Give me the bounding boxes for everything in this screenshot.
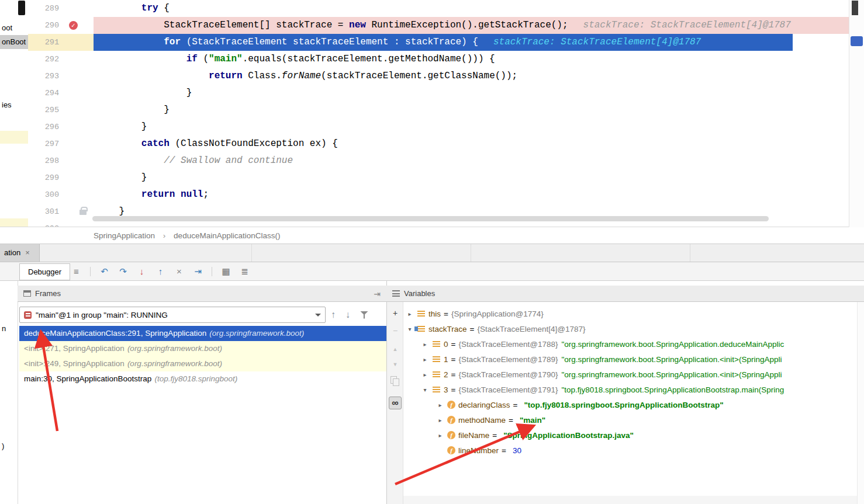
line-number[interactable]: 290: [28, 17, 64, 34]
code-text[interactable]: try {: [94, 0, 849, 17]
execution-line-stripe-mark[interactable]: [851, 36, 863, 46]
expand-chevron-icon[interactable]: ▸: [435, 402, 445, 408]
breadcrumb-method[interactable]: deduceMainApplicationClass(): [174, 231, 280, 240]
breadcrumb-class[interactable]: SpringApplication: [94, 231, 155, 240]
project-scrollbar-thumb[interactable]: [18, 1, 25, 15]
force-step-into-icon[interactable]: ↓: [136, 265, 148, 278]
line-number[interactable]: 294: [28, 85, 64, 102]
code-text[interactable]: StackTraceElement[] stackTrace = new Run…: [94, 17, 849, 34]
line-number[interactable]: 301: [28, 203, 64, 220]
code-text[interactable]: return null;: [94, 186, 849, 203]
variable-row[interactable]: flineNumber=30: [403, 443, 857, 458]
variable-row[interactable]: ▸0={StackTraceElement@1788}"org.springfr…: [403, 336, 857, 352]
value-icon: [432, 386, 441, 393]
editor-tab[interactable]: ation×: [0, 244, 40, 262]
variable-row[interactable]: ▾3={StackTraceElement@1791}"top.fjy8018.…: [403, 382, 857, 397]
code-text[interactable]: }: [94, 119, 849, 135]
code-segment: if: [186, 54, 198, 64]
frame-row[interactable]: deduceMainApplicationClass:291, SpringAp…: [19, 326, 386, 341]
tab-separator: [690, 244, 690, 262]
code-text[interactable]: }: [94, 102, 849, 119]
next-frame-icon[interactable]: ↓: [345, 310, 350, 319]
editor-horizontal-scrollbar[interactable]: [92, 216, 769, 221]
previous-frame-icon[interactable]: ↑: [331, 310, 336, 319]
code-text[interactable]: for (StackTraceElement stackTraceElement…: [94, 34, 849, 51]
expand-chevron-icon[interactable]: ▸: [435, 417, 445, 423]
editor-vertical-scrollbar[interactable]: [849, 0, 864, 227]
tab-debugger[interactable]: Debugger: [19, 263, 70, 280]
breakpoint-icon[interactable]: ✓: [69, 21, 78, 30]
editor-tab-strip: ation×: [0, 244, 864, 262]
expand-chevron-icon[interactable]: ▸: [420, 371, 430, 378]
frame-row[interactable]: <init>:249, SpringApplication(org.spring…: [19, 356, 386, 371]
line-number[interactable]: 295: [28, 102, 64, 119]
line-number[interactable]: 293: [28, 68, 64, 85]
variable-row[interactable]: ▸1={StackTraceElement@1789}"org.springfr…: [403, 352, 857, 367]
expand-chevron-icon[interactable]: ▸: [435, 432, 445, 439]
step-out-icon[interactable]: ↑: [154, 265, 167, 278]
code-line: 299 }: [28, 169, 849, 186]
toolbar-separator: [90, 267, 91, 276]
grid-view-icon[interactable]: ▦: [220, 265, 232, 278]
thread-selector[interactable]: "main"@1 in group "main": RUNNING: [19, 307, 326, 323]
show-execution-point-icon[interactable]: ↶: [98, 265, 110, 278]
line-number[interactable]: 296: [28, 119, 64, 135]
line-number[interactable]: 292: [28, 51, 64, 68]
frames-header-action-icon[interactable]: ⇥: [374, 289, 381, 298]
duplicate-watch-button[interactable]: [389, 374, 402, 387]
expand-chevron-icon[interactable]: ▸: [420, 356, 430, 363]
expand-chevron-icon[interactable]: ▾: [405, 326, 415, 332]
variable-row[interactable]: ▾stackTrace={StackTraceElement[4]@1787}: [403, 321, 857, 336]
run-to-cursor-icon[interactable]: ⇥: [192, 265, 204, 278]
move-watch-up-button[interactable]: ▲: [389, 343, 402, 356]
variable-row[interactable]: ▸2={StackTraceElement@1790}"org.springfr…: [403, 367, 857, 382]
line-number[interactable]: 299: [28, 169, 64, 186]
code-editor[interactable]: 289 try {290✓ StackTraceElement[] stackT…: [28, 0, 849, 227]
code-text[interactable]: if ("main".equals(stackTraceElement.getM…: [94, 51, 849, 68]
expand-chevron-icon[interactable]: ▸: [405, 311, 415, 317]
expand-chevron-icon[interactable]: ▾: [420, 387, 430, 393]
settings-sliders-icon[interactable]: ≣: [239, 265, 251, 278]
line-number[interactable]: 298: [28, 152, 64, 169]
thread-selector-label: "main"@1 in group "main": RUNNING: [36, 311, 312, 319]
move-watch-down-button[interactable]: ▼: [389, 358, 402, 371]
code-segment: }: [96, 206, 125, 217]
sidebar-text-fragment[interactable]: onBoot: [0, 35, 28, 49]
code-text[interactable]: }: [94, 169, 849, 186]
variable-value: "SpringApplicationBootstrap.java": [503, 431, 634, 440]
frame-row[interactable]: <init>:271, SpringApplication(org.spring…: [19, 341, 386, 356]
layout-menu-icon[interactable]: ≡: [70, 265, 82, 278]
variable-row[interactable]: ▸ffileName="SpringApplicationBootstrap.j…: [403, 427, 857, 443]
remove-watch-button[interactable]: −: [389, 324, 402, 337]
drop-frame-icon[interactable]: ×: [173, 265, 185, 278]
gutter-icon-slot: [64, 186, 94, 203]
filter-frames-icon[interactable]: [360, 311, 368, 319]
close-icon[interactable]: ×: [25, 248, 30, 257]
code-text[interactable]: // Swallow and continue: [94, 152, 849, 169]
code-text[interactable]: }: [94, 85, 849, 102]
variable-row[interactable]: ▸fmethodName="main": [403, 412, 857, 427]
code-text[interactable]: return Class.forName(stackTraceElement.g…: [94, 68, 849, 85]
line-number[interactable]: 302: [28, 220, 64, 227]
code-text[interactable]: catch (ClassNotFoundException ex) {: [94, 135, 849, 152]
field-icon: f: [447, 401, 455, 409]
line-number[interactable]: 297: [28, 135, 64, 152]
add-watch-button[interactable]: +: [389, 307, 402, 319]
equals-sign: =: [451, 340, 456, 349]
chevron-down-icon[interactable]: [312, 307, 325, 322]
scrollbar-thumb[interactable]: [852, 1, 858, 15]
code-segment: [96, 189, 141, 200]
variable-row[interactable]: ▸fdeclaringClass="top.fjy8018.springboot…: [403, 397, 857, 412]
step-over-icon[interactable]: ↷: [117, 265, 129, 278]
frame-row[interactable]: main:30, SpringApplicationBootstrap(top.…: [19, 371, 386, 387]
expand-chevron-icon[interactable]: ▸: [420, 341, 430, 347]
line-number[interactable]: 289: [28, 0, 64, 17]
show-watches-toggle[interactable]: ∞: [389, 397, 402, 409]
variable-name: stackTrace: [428, 325, 467, 333]
line-number[interactable]: 291: [28, 34, 64, 51]
line-number[interactable]: 300: [28, 186, 64, 203]
code-segment: [96, 138, 141, 149]
variables-vertical-scrollbar[interactable]: [857, 302, 864, 504]
variable-row[interactable]: ▸this={SpringApplication@1774}: [403, 306, 857, 321]
variables-horizontal-scrollbar[interactable]: [403, 496, 857, 504]
